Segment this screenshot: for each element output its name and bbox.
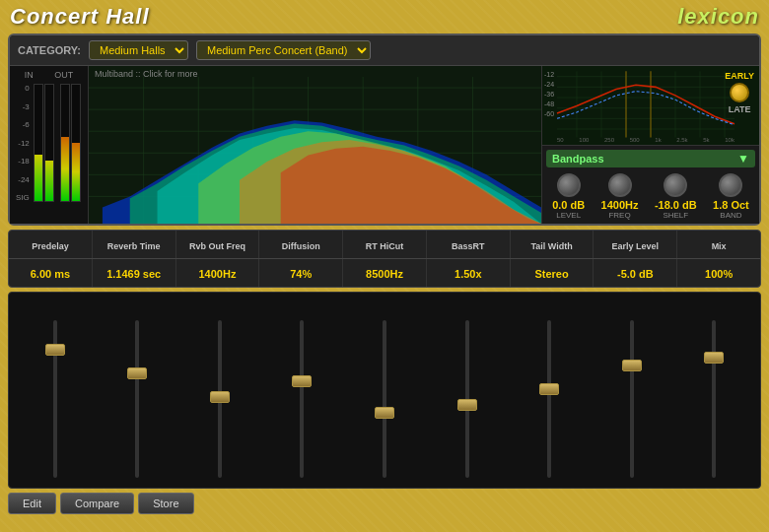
- toolbar-btn-compare[interactable]: Compare: [60, 493, 134, 514]
- param-value-cell-7[interactable]: -5.0 dB: [594, 259, 677, 287]
- fader-channel-7: [630, 300, 634, 478]
- param-name-1: Reverb Time: [93, 231, 176, 258]
- eq-graph: -12 -24 -36 -48 -60: [542, 66, 759, 146]
- vu-in-bar1: [34, 84, 43, 202]
- eq-freq-5k: 5k: [703, 137, 709, 143]
- param-name-0: Predelay: [9, 231, 93, 258]
- bandpass-dropdown-icon[interactable]: ▼: [737, 152, 749, 166]
- param-value-8: 100%: [705, 268, 733, 280]
- fader-track-6: [547, 320, 551, 478]
- param-value-2: 1400Hz: [198, 268, 236, 280]
- param-label-0: Predelay: [32, 241, 69, 251]
- bp-param-freq: 1400Hz FREQ: [601, 171, 639, 220]
- bp-label-freq: FREQ: [608, 211, 630, 220]
- vu-out-label: OUT: [54, 70, 73, 80]
- param-value-cell-0[interactable]: 6.00 ms: [9, 259, 93, 287]
- bandpass-header: Bandpass ▼: [546, 150, 755, 167]
- fader-channel-2: [218, 300, 222, 478]
- param-name-2: Rvb Out Freq: [176, 231, 260, 258]
- fader-track-5: [465, 320, 469, 478]
- vu-tick-sig: SIG: [16, 193, 30, 202]
- vu-in-label: IN: [25, 70, 34, 80]
- param-value-cell-6[interactable]: Stereo: [511, 259, 594, 287]
- bandpass-params: 0.0 dB LEVEL 1400Hz FREQ -18.0 dB SHELF …: [546, 171, 755, 220]
- category-label: CATEGORY:: [18, 44, 81, 56]
- eq-freq-10k: 10k: [725, 137, 734, 143]
- spectrum-section[interactable]: Multiband :: Click for more: [89, 66, 542, 224]
- fader-handle-6[interactable]: [539, 383, 559, 395]
- bp-param-shelf: -18.0 dB SHELF: [655, 171, 697, 220]
- vu-tick-3: -3: [16, 102, 30, 111]
- param-name-3: Diffusion: [259, 231, 343, 258]
- vu-section: IN OUT 0 -3 -6 -12 -18 -24 SIG: [10, 66, 89, 224]
- params-row: PredelayReverb TimeRvb Out FreqDiffusion…: [8, 230, 761, 288]
- fader-channel-6: [547, 300, 551, 478]
- fader-handle-1[interactable]: [127, 367, 147, 379]
- bp-knob-level[interactable]: [557, 173, 581, 197]
- eq-freq-500: 500: [630, 137, 640, 143]
- param-value-1: 1.1469 sec: [106, 268, 161, 280]
- fader-channel-8: [712, 300, 716, 478]
- param-value-0: 6.00 ms: [31, 268, 70, 280]
- vu-out-bar2: [71, 84, 81, 202]
- fader-handle-2[interactable]: [210, 391, 230, 403]
- eq-freq-1k: 1k: [655, 137, 661, 143]
- vu-tick-18: -18: [16, 157, 30, 166]
- fader-track-8: [712, 320, 716, 478]
- vu-tick-6: -6: [16, 120, 30, 129]
- bp-param-band: 1.8 Oct BAND: [713, 171, 749, 220]
- vu-out-bar1: [60, 84, 70, 202]
- fader-handle-4[interactable]: [375, 407, 394, 419]
- fader-track-7: [630, 320, 634, 478]
- param-value-6: Stereo: [534, 268, 568, 280]
- fader-handle-3[interactable]: [292, 375, 312, 387]
- bp-label-level: LEVEL: [556, 211, 581, 220]
- param-name-4: RT HiCut: [343, 231, 427, 258]
- param-value-cell-8[interactable]: 100%: [677, 259, 760, 287]
- early-knob[interactable]: [730, 83, 749, 102]
- param-value-cell-5[interactable]: 1.50x: [427, 259, 511, 287]
- bp-knob-shelf[interactable]: [664, 173, 687, 197]
- category-row: CATEGORY: Medium Halls Medium Perc Conce…: [10, 35, 759, 66]
- param-label-8: Mix: [712, 241, 727, 251]
- bp-knob-band[interactable]: [719, 173, 742, 197]
- param-name-6: Tail Width: [511, 231, 594, 258]
- fader-channel-5: [465, 300, 469, 478]
- category-select[interactable]: Medium Halls: [89, 40, 188, 60]
- fader-handle-8[interactable]: [704, 352, 724, 364]
- bp-value-freq: 1400Hz: [601, 199, 639, 211]
- eq-freq-250: 250: [604, 137, 614, 143]
- fader-channel-1: [135, 300, 139, 478]
- param-value-cell-4[interactable]: 8500Hz: [343, 259, 427, 287]
- fader-handle-5[interactable]: [457, 399, 477, 411]
- bandpass-title: Bandpass: [552, 153, 604, 165]
- params-header: PredelayReverb TimeRvb Out FreqDiffusion…: [9, 231, 760, 259]
- vu-in-bar2: [44, 84, 54, 202]
- vu-tick-12: -12: [16, 139, 30, 148]
- bp-knob-freq[interactable]: [608, 173, 632, 197]
- early-late-section: EARLY LATE: [725, 71, 754, 114]
- bandpass-section: Bandpass ▼ 0.0 dB LEVEL 1400Hz FREQ -18.…: [542, 146, 759, 224]
- toolbar-btn-edit[interactable]: Edit: [8, 493, 56, 514]
- bp-label-shelf: SHELF: [663, 211, 688, 220]
- eq-freq-50: 50: [557, 137, 564, 143]
- eq-freq-100: 100: [579, 137, 589, 143]
- param-value-cell-3[interactable]: 74%: [259, 259, 343, 287]
- app-title: Concert Hall: [10, 4, 150, 30]
- params-values: 6.00 ms1.1469 sec1400Hz74%8500Hz1.50xSte…: [9, 259, 760, 287]
- fader-track-0: [53, 320, 57, 478]
- fader-handle-7[interactable]: [622, 360, 642, 371]
- fader-handle-0[interactable]: [45, 344, 65, 356]
- fader-track-3: [300, 320, 304, 478]
- bp-param-level: 0.0 dB LEVEL: [552, 171, 585, 220]
- main-panel: CATEGORY: Medium Halls Medium Perc Conce…: [8, 33, 761, 226]
- param-value-cell-2[interactable]: 1400Hz: [176, 259, 260, 287]
- vu-tick-24: -24: [16, 175, 30, 184]
- param-label-5: BassRT: [452, 241, 485, 251]
- preset-select[interactable]: Medium Perc Concert (Band): [196, 40, 371, 60]
- param-value-5: 1.50x: [454, 268, 482, 280]
- toolbar-btn-store[interactable]: Store: [138, 493, 193, 514]
- fader-track-4: [383, 320, 386, 478]
- fader-channel-3: [300, 300, 304, 478]
- param-value-cell-1[interactable]: 1.1469 sec: [93, 259, 176, 287]
